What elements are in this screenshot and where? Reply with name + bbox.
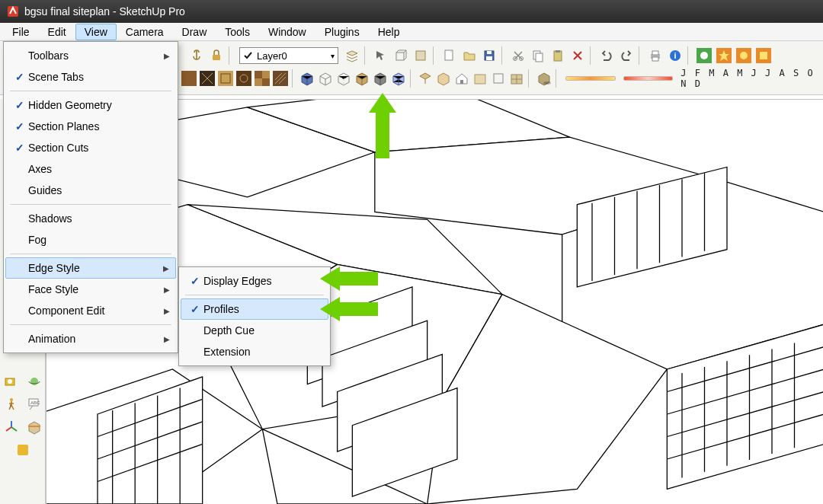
- copy-icon[interactable]: [529, 46, 547, 65]
- svg-rect-28: [200, 71, 215, 86]
- render-orange2-icon[interactable]: [735, 46, 753, 65]
- facestyle-shaded-icon[interactable]: [299, 69, 315, 88]
- menu-item-edge-style[interactable]: Edge Style▶: [5, 257, 176, 279]
- menu-item-section-planes[interactable]: ✓Section Planes: [5, 116, 176, 137]
- open-icon[interactable]: [460, 46, 479, 65]
- comp-box2-icon[interactable]: [472, 69, 488, 88]
- comp-open-icon[interactable]: [417, 69, 434, 88]
- edge-style-submenu: ✓Display Edges ✓Profiles Depth Cue Exten…: [178, 266, 331, 366]
- facestyle-wireframe-icon[interactable]: [317, 69, 334, 88]
- facestyle-texture-icon[interactable]: [354, 69, 370, 88]
- section-tool-icon[interactable]: [26, 419, 43, 435]
- view-dropdown-menu: Toolbars▶ ✓Scene Tabs ✓Hidden Geometry ✓…: [3, 41, 178, 353]
- comp-box4-icon[interactable]: [508, 69, 525, 88]
- walk-icon[interactable]: [3, 396, 20, 413]
- svg-rect-48: [28, 426, 40, 427]
- app-logo-icon: [6, 5, 20, 18]
- style-swatch-5-icon[interactable]: [235, 69, 252, 88]
- menu-file[interactable]: File: [3, 24, 39, 40]
- menu-item-shadows[interactable]: Shadows: [5, 208, 176, 229]
- menu-window[interactable]: Window: [259, 24, 315, 40]
- layer-dropdown[interactable]: Layer0 ▾: [239, 47, 338, 64]
- svg-rect-31: [236, 71, 251, 86]
- submenu-item-display-edges[interactable]: ✓Display Edges: [181, 270, 328, 292]
- annotation-arrow-left-2: [320, 297, 378, 321]
- delete-icon[interactable]: [568, 46, 587, 65]
- comp-house-icon[interactable]: [453, 69, 470, 88]
- select-icon[interactable]: [372, 46, 390, 65]
- menu-item-guides[interactable]: Guides: [5, 180, 176, 201]
- svg-rect-4: [445, 50, 453, 60]
- facestyle-hidden-icon[interactable]: [335, 69, 352, 88]
- style-swatch-6-icon[interactable]: [254, 69, 271, 88]
- annotation-arrow-up: [369, 93, 396, 158]
- svg-rect-40: [511, 75, 522, 84]
- menu-plugins[interactable]: Plugins: [315, 24, 369, 40]
- menu-view[interactable]: View: [75, 24, 117, 40]
- text-label-icon[interactable]: ABC: [26, 396, 43, 413]
- svg-point-23: [740, 52, 748, 59]
- component-icon[interactable]: [412, 46, 430, 65]
- dropdown-arrow-icon: ▾: [331, 52, 335, 60]
- menu-edit[interactable]: Edit: [39, 24, 75, 40]
- box-icon[interactable]: [392, 46, 410, 65]
- menu-item-section-cuts[interactable]: ✓Section Cuts: [5, 137, 176, 158]
- style-swatch-3-icon[interactable]: [199, 69, 216, 88]
- render-green-icon[interactable]: [695, 46, 713, 65]
- layers-window-icon[interactable]: [343, 46, 361, 65]
- style-swatch-7-icon[interactable]: [272, 69, 289, 88]
- render-orange3-icon[interactable]: [754, 46, 773, 65]
- menu-item-fog[interactable]: Fog: [5, 229, 176, 250]
- info-icon[interactable]: i: [666, 46, 684, 65]
- menu-item-component-edit[interactable]: Component Edit▶: [5, 300, 176, 321]
- menu-item-hidden-geometry[interactable]: ✓Hidden Geometry: [5, 94, 176, 116]
- menu-draw[interactable]: Draw: [173, 24, 216, 40]
- submenu-item-extension[interactable]: Extension: [181, 341, 328, 362]
- svg-rect-2: [396, 53, 404, 60]
- check-icon: [243, 50, 254, 61]
- render-orange1-icon[interactable]: [715, 46, 733, 65]
- print-icon[interactable]: [646, 46, 664, 65]
- submenu-item-depth-cue[interactable]: Depth Cue: [181, 320, 328, 341]
- menu-help[interactable]: Help: [369, 24, 409, 40]
- sunpath-gradient-yellow[interactable]: [565, 76, 616, 81]
- cut-icon[interactable]: [509, 46, 527, 65]
- menu-item-animation[interactable]: Animation▶: [5, 328, 176, 349]
- comp-box3-icon[interactable]: [490, 69, 507, 88]
- orbit-icon[interactable]: [26, 373, 43, 390]
- plugin-yellow-icon[interactable]: [14, 442, 31, 458]
- svg-point-32: [240, 75, 248, 82]
- lock-icon[interactable]: [207, 46, 226, 65]
- svg-rect-39: [494, 74, 503, 83]
- menu-item-face-style[interactable]: Face Style▶: [5, 279, 176, 300]
- submenu-item-profiles[interactable]: ✓Profiles: [181, 298, 328, 320]
- facestyle-xray-icon[interactable]: [390, 69, 407, 88]
- anchor-icon[interactable]: [187, 46, 206, 65]
- layer-selected-label: Layer0: [257, 50, 287, 62]
- style-swatch-2-icon[interactable]: [181, 69, 197, 88]
- save-icon[interactable]: [480, 46, 498, 65]
- axes-icon[interactable]: [3, 419, 20, 435]
- shadow-toggle-icon[interactable]: [536, 69, 552, 88]
- menu-camera[interactable]: Camera: [117, 24, 173, 40]
- svg-rect-10: [533, 51, 540, 59]
- menu-item-axes[interactable]: Axes: [5, 158, 176, 180]
- new-icon[interactable]: [440, 46, 459, 65]
- paste-icon[interactable]: [549, 46, 567, 65]
- svg-rect-6: [487, 51, 492, 54]
- facestyle-mono-icon[interactable]: [372, 69, 389, 88]
- sunpath-gradient-red[interactable]: [623, 76, 674, 81]
- camera-yellow-icon[interactable]: [3, 373, 20, 390]
- menu-item-toolbars[interactable]: Toolbars▶: [5, 45, 176, 66]
- menu-item-scene-tabs[interactable]: ✓Scene Tabs: [5, 66, 176, 88]
- style-swatch-4-icon[interactable]: [217, 69, 234, 88]
- svg-rect-34: [255, 71, 262, 78]
- redo-icon[interactable]: [617, 46, 636, 65]
- svg-point-17: [670, 50, 680, 61]
- comp-box1-icon[interactable]: [435, 69, 452, 88]
- svg-rect-5: [485, 51, 494, 60]
- svg-rect-16: [652, 57, 658, 61]
- svg-rect-25: [760, 52, 767, 59]
- menu-tools[interactable]: Tools: [216, 24, 259, 40]
- undo-icon[interactable]: [597, 46, 616, 65]
